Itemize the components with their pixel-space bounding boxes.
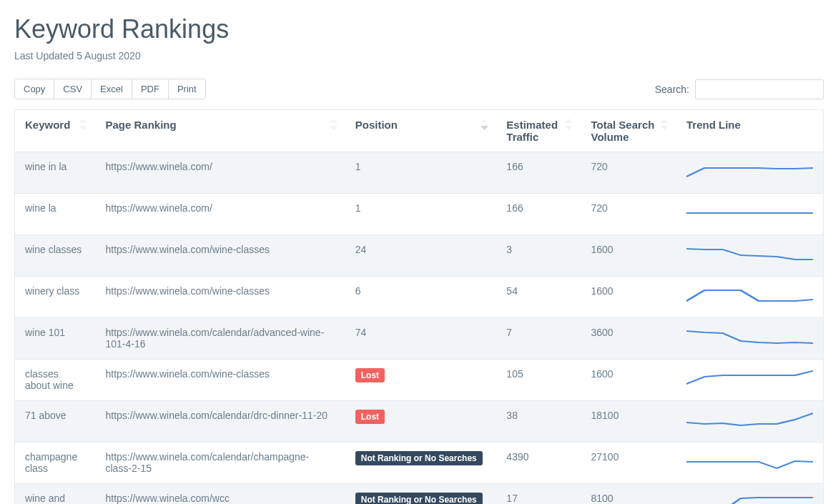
sort-icon bbox=[661, 119, 669, 132]
table-row: wine classeshttps://www.winela.com/wine-… bbox=[15, 235, 824, 277]
print-button[interactable]: Print bbox=[168, 79, 206, 99]
page-ranking-cell: https://www.winela.com/wine-classes bbox=[95, 235, 345, 277]
excel-button[interactable]: Excel bbox=[91, 79, 132, 99]
page-ranking-cell: https://www.winela.com/wcc bbox=[95, 484, 345, 505]
keyword-cell: champagne class bbox=[15, 443, 96, 484]
page-title: Keyword Rankings bbox=[14, 14, 824, 44]
volume-cell: 18100 bbox=[581, 401, 676, 443]
traffic-cell: 3 bbox=[496, 235, 581, 277]
keyword-cell: wine la bbox=[15, 194, 96, 235]
traffic-cell: 38 bbox=[496, 401, 581, 443]
volume-cell: 3600 bbox=[581, 318, 676, 360]
keyword-cell: wine and cheese bbox=[15, 484, 96, 505]
column-label: Estimated Traffic bbox=[506, 119, 558, 143]
page-ranking-cell: https://www.winela.com/wine-classes bbox=[95, 277, 345, 318]
column-header-traffic[interactable]: Estimated Traffic bbox=[496, 110, 581, 152]
traffic-cell: 4390 bbox=[496, 443, 581, 484]
column-header-page[interactable]: Page Ranking bbox=[95, 110, 345, 152]
volume-cell: 1600 bbox=[581, 277, 676, 318]
svg-marker-5 bbox=[480, 126, 488, 130]
svg-marker-7 bbox=[565, 126, 573, 130]
position-cell: 24 bbox=[345, 235, 497, 277]
trend-cell bbox=[676, 401, 823, 443]
volume-cell: 1600 bbox=[581, 360, 676, 401]
traffic-cell: 17 bbox=[496, 484, 581, 505]
column-label: Page Ranking bbox=[105, 119, 176, 131]
traffic-cell: 7 bbox=[496, 318, 581, 360]
column-header-volume[interactable]: Total Search Volume bbox=[581, 110, 676, 152]
traffic-cell: 166 bbox=[496, 194, 581, 235]
traffic-cell: 166 bbox=[496, 152, 581, 194]
svg-marker-0 bbox=[79, 119, 87, 123]
table-row: wine 101https://www.winela.com/calendar/… bbox=[15, 318, 824, 360]
column-label: Keyword bbox=[25, 119, 70, 131]
pdf-button[interactable]: PDF bbox=[132, 79, 169, 99]
page-ranking-cell: https://www.winela.com/ bbox=[95, 152, 345, 194]
volume-cell: 720 bbox=[581, 194, 676, 235]
column-label: Total Search Volume bbox=[591, 119, 654, 143]
sort-icon bbox=[330, 119, 338, 132]
page-ranking-cell: https://www.winela.com/calendar/drc-dinn… bbox=[95, 401, 345, 443]
keyword-cell: wine in la bbox=[15, 152, 96, 194]
table-row: winery classhttps://www.winela.com/wine-… bbox=[15, 277, 824, 318]
svg-marker-6 bbox=[565, 119, 573, 123]
volume-cell: 27100 bbox=[581, 443, 676, 484]
column-header-keyword[interactable]: Keyword bbox=[15, 110, 96, 152]
table-row: wine lahttps://www.winela.com/1166720 bbox=[15, 194, 824, 235]
table-row: wine in lahttps://www.winela.com/1166720 bbox=[15, 152, 824, 194]
keyword-cell: wine 101 bbox=[15, 318, 96, 360]
lost-badge: Lost bbox=[355, 368, 385, 382]
trend-cell bbox=[676, 318, 823, 360]
keyword-cell: 71 above bbox=[15, 401, 96, 443]
lost-badge: Lost bbox=[355, 410, 385, 424]
position-cell: 1 bbox=[345, 152, 497, 194]
position-cell: 6 bbox=[345, 277, 497, 318]
search-label: Search: bbox=[655, 84, 689, 95]
page-ranking-cell: https://www.winela.com/calendar/champagn… bbox=[95, 443, 345, 484]
svg-marker-8 bbox=[661, 119, 669, 123]
sort-icon bbox=[79, 119, 88, 132]
page-ranking-cell: https://www.winela.com/ bbox=[95, 194, 345, 235]
keyword-cell: winery class bbox=[15, 277, 96, 318]
svg-marker-9 bbox=[661, 126, 669, 130]
trend-cell bbox=[676, 235, 823, 277]
not-ranking-badge: Not Ranking or No Searches bbox=[355, 451, 483, 465]
page-ranking-cell: https://www.winela.com/calendar/advanced… bbox=[95, 318, 345, 360]
column-header-position[interactable]: Position bbox=[345, 110, 497, 152]
trend-cell bbox=[676, 194, 823, 235]
position-cell: 74 bbox=[345, 318, 497, 360]
sort-icon bbox=[565, 119, 573, 132]
volume-cell: 8100 bbox=[581, 484, 676, 505]
table-row: wine and cheesehttps://www.winela.com/wc… bbox=[15, 484, 824, 505]
trend-cell bbox=[676, 360, 823, 401]
position-cell: Lost bbox=[345, 360, 497, 401]
traffic-cell: 54 bbox=[496, 277, 581, 318]
keyword-cell: wine classes bbox=[15, 235, 96, 277]
sort-icon bbox=[480, 119, 489, 132]
column-header-trend: Trend Line bbox=[676, 110, 823, 152]
trend-cell bbox=[676, 277, 823, 318]
position-cell: Not Ranking or No Searches bbox=[345, 443, 497, 484]
not-ranking-badge: Not Ranking or No Searches bbox=[355, 493, 483, 504]
page-ranking-cell: https://www.winela.com/wine-classes bbox=[95, 360, 345, 401]
table-row: 71 abovehttps://www.winela.com/calendar/… bbox=[15, 401, 824, 443]
position-cell: Not Ranking or No Searches bbox=[345, 484, 497, 505]
keyword-cell: classes about wine bbox=[15, 360, 96, 401]
csv-button[interactable]: CSV bbox=[54, 79, 92, 99]
table-row: champagne classhttps://www.winela.com/ca… bbox=[15, 443, 824, 484]
trend-cell bbox=[676, 443, 823, 484]
position-cell: 1 bbox=[345, 194, 497, 235]
svg-marker-3 bbox=[330, 126, 337, 130]
svg-marker-2 bbox=[330, 119, 337, 123]
svg-marker-1 bbox=[79, 126, 87, 130]
volume-cell: 1600 bbox=[581, 235, 676, 277]
search-input[interactable] bbox=[695, 79, 824, 99]
export-button-group: CopyCSVExcelPDFPrint bbox=[14, 79, 206, 99]
trend-cell bbox=[676, 152, 823, 194]
volume-cell: 720 bbox=[581, 152, 676, 194]
column-label: Trend Line bbox=[686, 119, 741, 131]
column-label: Position bbox=[355, 119, 398, 131]
traffic-cell: 105 bbox=[496, 360, 581, 401]
position-cell: Lost bbox=[345, 401, 497, 443]
copy-button[interactable]: Copy bbox=[14, 79, 54, 99]
